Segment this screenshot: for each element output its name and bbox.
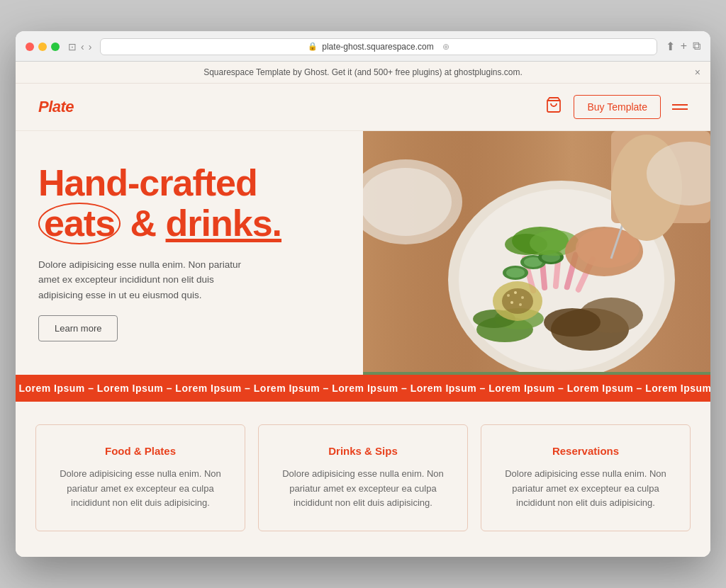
browser-controls: ⊡ ‹ › (68, 41, 91, 52)
close-traffic-light[interactable] (26, 43, 34, 51)
svg-point-23 (502, 288, 533, 314)
site-logo: Plate (38, 98, 74, 116)
duplicate-tab-icon[interactable]: ⧉ (693, 40, 700, 53)
hero-section: Hand-crafted eats & drinks. Dolore adipi… (16, 131, 710, 375)
hero-right (363, 131, 710, 375)
fullscreen-traffic-light[interactable] (51, 43, 60, 51)
forward-button[interactable]: › (89, 41, 92, 52)
card-food-plates: Food & Plates Dolore adipisicing esse nu… (35, 424, 245, 531)
card-drinks-sips: Drinks & Sips Dolore adipisicing esse nu… (258, 424, 468, 531)
svg-point-27 (510, 301, 513, 304)
learn-more-button[interactable]: Learn more (38, 315, 118, 341)
minimize-traffic-light[interactable] (38, 43, 47, 51)
website-content: Squarespace Template by Ghost. Get it (a… (16, 62, 710, 557)
cart-icon[interactable] (545, 96, 562, 118)
card-drinks-sips-text: Dolore adipisicing esse nulla enim. Non … (274, 467, 452, 511)
hero-food-image (363, 131, 710, 372)
traffic-lights (26, 43, 60, 51)
announcement-text: Squarespace Template by Ghost. Get it (a… (203, 67, 523, 77)
header-right: Buy Template (545, 95, 688, 119)
svg-point-17 (506, 268, 525, 278)
card-reservations: Reservations Dolore adipisicing esse nul… (481, 424, 691, 531)
buy-template-button[interactable]: Buy Template (574, 95, 661, 119)
svg-point-24 (507, 294, 510, 297)
card-reservations-text: Dolore adipisicing esse nulla enim. Non … (497, 467, 674, 511)
drinks-text: drinks. (166, 203, 282, 244)
url-text: plate-ghost.squarespace.com (322, 42, 433, 52)
svg-point-28 (519, 303, 522, 306)
site-header: Plate Buy Template (16, 84, 710, 131)
ticker-bar: Lorem Ipsum – Lorem Ipsum – Lorem Ipsum … (16, 375, 710, 402)
svg-point-25 (514, 291, 517, 294)
svg-point-41 (363, 168, 452, 236)
hamburger-menu-icon[interactable] (672, 104, 688, 110)
browser-chrome: ⊡ ‹ › 🔒 plate-ghost.squarespace.com ⊕ ⬆ … (16, 31, 710, 62)
announcement-close[interactable]: × (695, 67, 700, 78)
cards-section: Food & Plates Dolore adipisicing esse nu… (16, 402, 710, 557)
card-food-plates-text: Dolore adipisicing esse nulla enim. Non … (52, 467, 229, 511)
hero-title-line2: eats & drinks. (38, 203, 340, 244)
card-drinks-sips-title: Drinks & Sips (274, 445, 452, 457)
hero-subtitle: Dolore adipisicing esse nulla enim. Non … (38, 257, 251, 303)
hero-title: Hand-crafted eats & drinks. (38, 164, 340, 244)
svg-point-7 (544, 308, 601, 337)
ticker-text: Lorem Ipsum – Lorem Ipsum – Lorem Ipsum … (16, 383, 710, 394)
lock-icon: 🔒 (308, 42, 318, 51)
hero-title-line1: Hand-crafted (38, 164, 340, 203)
ampersand-text: & (121, 203, 165, 244)
new-tab-icon[interactable]: + (681, 40, 687, 53)
card-food-plates-title: Food & Plates (52, 445, 229, 457)
share-browser-icon[interactable]: ⬆ (666, 40, 675, 53)
eats-text: eats (38, 203, 121, 244)
card-reservations-title: Reservations (497, 445, 674, 457)
announcement-bar: Squarespace Template by Ghost. Get it (a… (16, 62, 710, 84)
share-icon: ⊕ (442, 42, 449, 52)
address-bar[interactable]: 🔒 plate-ghost.squarespace.com ⊕ (100, 38, 657, 55)
svg-point-26 (521, 296, 524, 299)
sidebar-toggle-icon[interactable]: ⊡ (68, 41, 77, 52)
hero-left: Hand-crafted eats & drinks. Dolore adipi… (16, 131, 363, 375)
browser-actions: ⬆ + ⧉ (666, 40, 700, 53)
browser-window: ⊡ ‹ › 🔒 plate-ghost.squarespace.com ⊕ ⬆ … (16, 31, 710, 557)
back-button[interactable]: ‹ (81, 41, 84, 52)
